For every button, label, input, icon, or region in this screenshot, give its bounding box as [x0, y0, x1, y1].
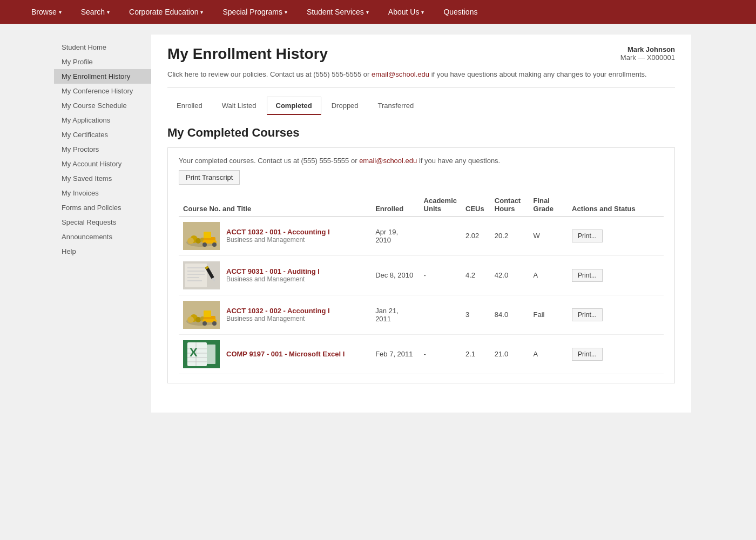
- sidebar-item-my-profile[interactable]: My Profile: [54, 55, 151, 69]
- courses-table: Course No. and TitleEnrolledAcademicUnit…: [179, 193, 664, 374]
- top-navigation: Browse ▾Search ▾Corporate Education ▾Spe…: [0, 0, 756, 24]
- course-subtitle-1: Business and Management: [226, 275, 320, 283]
- email-link[interactable]: email@school.edu: [372, 70, 429, 78]
- dropdown-arrow-icon: ▾: [366, 9, 369, 15]
- course-link-0[interactable]: ACCT 1032 - 001 - Accounting I: [226, 228, 330, 236]
- user-id: Mark — X000001: [620, 53, 675, 62]
- course-subtitle-2: Business and Management: [226, 315, 330, 322]
- cell-3-1: -: [420, 334, 461, 374]
- cell-2-4: Fail: [529, 295, 568, 334]
- dropdown-arrow-icon: ▾: [59, 9, 62, 15]
- section-title: My Completed Courses: [167, 126, 675, 140]
- sidebar-item-announcements[interactable]: Announcements: [54, 230, 151, 244]
- tab-dropped[interactable]: Dropped: [322, 97, 368, 115]
- action-cell-0: Print...: [568, 216, 664, 255]
- nav-item-corporate-education[interactable]: Corporate Education ▾: [119, 0, 213, 24]
- sidebar: Student HomeMy ProfileMy Enrollment Hist…: [54, 35, 151, 413]
- sidebar-item-my-enrollment-history[interactable]: My Enrollment History: [54, 69, 151, 84]
- svg-point-9: [212, 242, 217, 247]
- nav-item-browse[interactable]: Browse ▾: [22, 0, 71, 24]
- print-button-3[interactable]: Print...: [572, 348, 603, 361]
- dropdown-arrow-icon: ▾: [107, 9, 110, 15]
- cell-2-2: 3: [461, 295, 490, 334]
- course-subtitle-0: Business and Management: [226, 236, 330, 244]
- nav-item-student-services[interactable]: Student Services ▾: [297, 0, 379, 24]
- svg-rect-12: [185, 264, 207, 287]
- tab-completed[interactable]: Completed: [267, 97, 321, 115]
- sidebar-item-forms-and-policies[interactable]: Forms and Policies: [54, 200, 151, 215]
- cell-3-3: 21.0: [490, 334, 529, 374]
- course-name-cell-0: ACCT 1032 - 001 - Accounting IBusiness a…: [179, 216, 371, 255]
- svg-point-8: [202, 242, 207, 247]
- sidebar-item-my-invoices[interactable]: My Invoices: [54, 186, 151, 200]
- tab-enrolled[interactable]: Enrolled: [167, 97, 212, 115]
- nav-item-search[interactable]: Search ▾: [71, 0, 119, 24]
- col-header-final-grade: FinalGrade: [529, 193, 568, 217]
- table-row: ACCT 1032 - 002 - Accounting IBusiness a…: [179, 295, 664, 334]
- enrollment-tabs: EnrolledWait ListedCompletedDroppedTrans…: [167, 97, 675, 115]
- course-thumbnail-1: [183, 261, 220, 289]
- cell-3-0: Feb 7, 2011: [371, 334, 419, 374]
- table-row: ACCT 9031 - 001 - Auditing IBusiness and…: [179, 255, 664, 295]
- print-button-2[interactable]: Print...: [572, 308, 603, 321]
- cell-0-2: 2.02: [461, 216, 490, 255]
- nav-item-special-programs[interactable]: Special Programs ▾: [213, 0, 297, 24]
- course-thumbnail-2: [183, 301, 220, 329]
- nav-item-questions[interactable]: Questions: [434, 0, 487, 24]
- col-header-enrolled: Enrolled: [371, 193, 419, 217]
- sidebar-item-student-home[interactable]: Student Home: [54, 40, 151, 55]
- sidebar-item-my-course-schedule[interactable]: My Course Schedule: [54, 98, 151, 113]
- cell-1-2: 4.2: [461, 255, 490, 295]
- svg-text:X: X: [190, 346, 198, 359]
- cell-3-4: A: [529, 334, 568, 374]
- tab-wait-listed[interactable]: Wait Listed: [213, 97, 266, 115]
- user-info: Mark Johnson Mark — X000001: [620, 45, 675, 62]
- cell-0-3: 20.2: [490, 216, 529, 255]
- svg-point-29: [202, 321, 207, 326]
- course-name-cell-3: X COMP 9197 - 001 - Microsoft Excel I: [179, 334, 371, 374]
- sidebar-item-my-conference-history[interactable]: My Conference History: [54, 84, 151, 98]
- sidebar-item-help[interactable]: Help: [54, 244, 151, 259]
- sidebar-item-my-applications[interactable]: My Applications: [54, 113, 151, 127]
- col-header-course-no.-and-title: Course No. and Title: [179, 193, 371, 217]
- cell-3-2: 2.1: [461, 334, 490, 374]
- print-button-1[interactable]: Print...: [572, 269, 603, 282]
- course-link-2[interactable]: ACCT 1032 - 002 - Accounting I: [226, 307, 330, 315]
- svg-rect-31: [204, 310, 211, 317]
- main-header: My Enrollment History Mark Johnson Mark …: [167, 45, 675, 63]
- cell-2-1: [420, 295, 461, 334]
- col-header-actions-and-status: Actions and Status: [568, 193, 664, 217]
- print-button-0[interactable]: Print...: [572, 230, 603, 242]
- svg-rect-34: [207, 345, 215, 364]
- col-header-ceus: CEUs: [461, 193, 490, 217]
- sidebar-item-my-account-history[interactable]: My Account History: [54, 157, 151, 171]
- sidebar-item-my-proctors[interactable]: My Proctors: [54, 142, 151, 157]
- sidebar-item-my-saved-items[interactable]: My Saved Items: [54, 171, 151, 186]
- dropdown-arrow-icon: ▾: [421, 9, 424, 15]
- table-row: ACCT 1032 - 001 - Accounting IBusiness a…: [179, 216, 664, 255]
- sidebar-item-my-certificates[interactable]: My Certificates: [54, 127, 151, 142]
- courses-email-link[interactable]: email@school.edu: [359, 157, 417, 165]
- course-name-cell-2: ACCT 1032 - 002 - Accounting IBusiness a…: [179, 295, 371, 334]
- course-thumbnail-0: [183, 222, 220, 250]
- cell-2-3: 84.0: [490, 295, 529, 334]
- page-wrapper: Student HomeMy ProfileMy Enrollment Hist…: [0, 24, 756, 540]
- print-transcript-button[interactable]: Print Transcript: [179, 170, 240, 185]
- course-link-1[interactable]: ACCT 9031 - 001 - Auditing I: [226, 267, 320, 275]
- main-content: My Enrollment History Mark Johnson Mark …: [151, 35, 691, 413]
- dropdown-arrow-icon: ▾: [200, 9, 203, 15]
- course-link-3[interactable]: COMP 9197 - 001 - Microsoft Excel I: [226, 350, 345, 358]
- tab-transferred[interactable]: Transferred: [369, 97, 423, 115]
- svg-point-24: [195, 317, 201, 322]
- cell-0-4: W: [529, 216, 568, 255]
- svg-point-30: [212, 321, 217, 326]
- course-name-cell-1: ACCT 9031 - 001 - Auditing IBusiness and…: [179, 255, 371, 295]
- courses-box: Your completed courses. Contact us at (5…: [167, 147, 675, 383]
- cell-2-0: Jan 21, 2011: [371, 295, 419, 334]
- nav-item-about-us[interactable]: About Us ▾: [379, 0, 434, 24]
- cell-0-0: Apr 19, 2010: [371, 216, 419, 255]
- sidebar-item-special-requests[interactable]: Special Requests: [54, 215, 151, 230]
- cell-1-0: Dec 8, 2010: [371, 255, 419, 295]
- col-header-contact-hours: ContactHours: [490, 193, 529, 217]
- info-text: Click here to review our policies. Conta…: [167, 69, 675, 88]
